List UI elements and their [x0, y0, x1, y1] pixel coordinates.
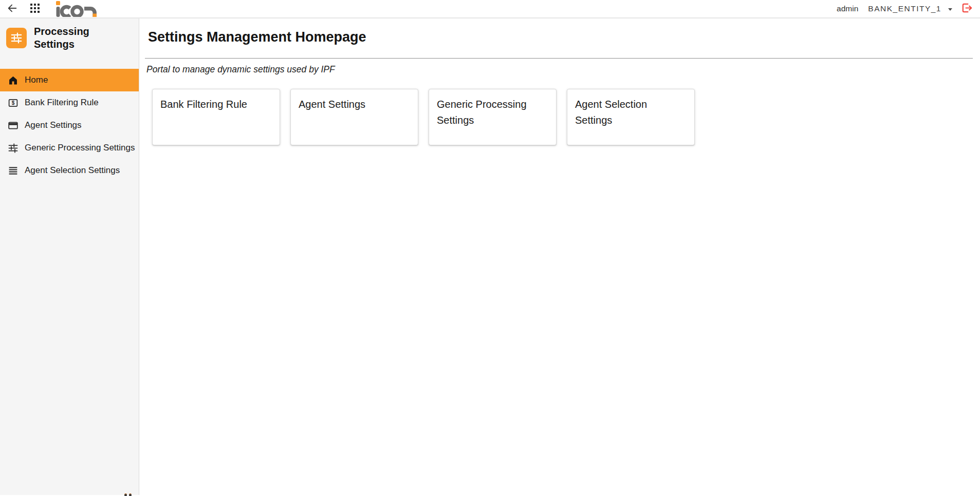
card-generic-processing-settings[interactable]: Generic Processing Settings: [429, 89, 557, 145]
username-label: admin: [837, 4, 858, 13]
dropdown-caret-icon: [948, 8, 952, 11]
sidebar-nav: Home $ Bank Filtering Rule: [0, 69, 139, 182]
topbar-right: admin BANK_ENTITY_1: [837, 3, 973, 15]
card-bank-filtering-rule[interactable]: Bank Filtering Rule: [152, 89, 280, 145]
sidebar-item-generic-processing-settings[interactable]: Generic Processing Settings: [0, 137, 139, 159]
sidebar-item-label: Agent Selection Settings: [25, 165, 120, 176]
topbar: admin BANK_ENTITY_1: [0, 0, 980, 18]
processing-settings-app-icon: [6, 28, 27, 48]
card-agent-selection-settings[interactable]: Agent Selection Settings: [567, 89, 695, 145]
apps-grid-icon: [30, 4, 40, 14]
credit-card-icon: [7, 120, 19, 131]
sidebar-overflow-dots: [124, 493, 132, 496]
back-arrow-icon: [7, 3, 18, 15]
list-icon: [7, 165, 19, 176]
sidebar: Processing Settings Home $ Bank F: [0, 18, 139, 495]
logout-button[interactable]: [960, 3, 973, 15]
card-label: Agent Settings: [299, 99, 365, 110]
logout-icon: [961, 2, 973, 15]
card-label: Generic Processing Settings: [437, 99, 527, 126]
sidebar-item-label: Agent Settings: [25, 120, 82, 130]
sidebar-item-agent-settings[interactable]: Agent Settings: [0, 114, 139, 137]
back-button[interactable]: [6, 3, 19, 15]
sidebar-header: Processing Settings: [0, 18, 139, 51]
settings-cards: Bank Filtering Rule Agent Settings Gener…: [152, 89, 973, 145]
sidebar-item-agent-selection-settings[interactable]: Agent Selection Settings: [0, 159, 139, 182]
tune-icon: [7, 143, 19, 154]
sidebar-item-home[interactable]: Home: [0, 69, 139, 91]
apps-menu-button[interactable]: [30, 4, 40, 14]
sidebar-item-label: Bank Filtering Rule: [25, 98, 99, 108]
title-divider: [145, 58, 973, 59]
sidebar-item-bank-filtering-rule[interactable]: $ Bank Filtering Rule: [0, 91, 139, 114]
entity-selector[interactable]: BANK_ENTITY_1: [868, 4, 960, 13]
topbar-left: [6, 1, 99, 17]
money-icon: $: [7, 98, 19, 108]
card-agent-settings[interactable]: Agent Settings: [290, 89, 418, 145]
sidebar-item-label: Generic Processing Settings: [25, 143, 135, 153]
page-subtitle: Portal to manage dynamic settings used b…: [146, 64, 973, 75]
entity-selector-value: BANK_ENTITY_1: [868, 4, 941, 13]
main-content: Settings Management Homepage Portal to m…: [139, 18, 980, 495]
card-label: Bank Filtering Rule: [160, 99, 247, 110]
home-icon: [7, 75, 19, 86]
icon-app-logo: [56, 1, 99, 17]
sidebar-title: Processing Settings: [34, 25, 133, 51]
card-label: Agent Selection Settings: [575, 99, 647, 126]
svg-text:$: $: [11, 100, 14, 106]
page-title: Settings Management Homepage: [148, 29, 973, 45]
sidebar-item-label: Home: [25, 75, 48, 85]
